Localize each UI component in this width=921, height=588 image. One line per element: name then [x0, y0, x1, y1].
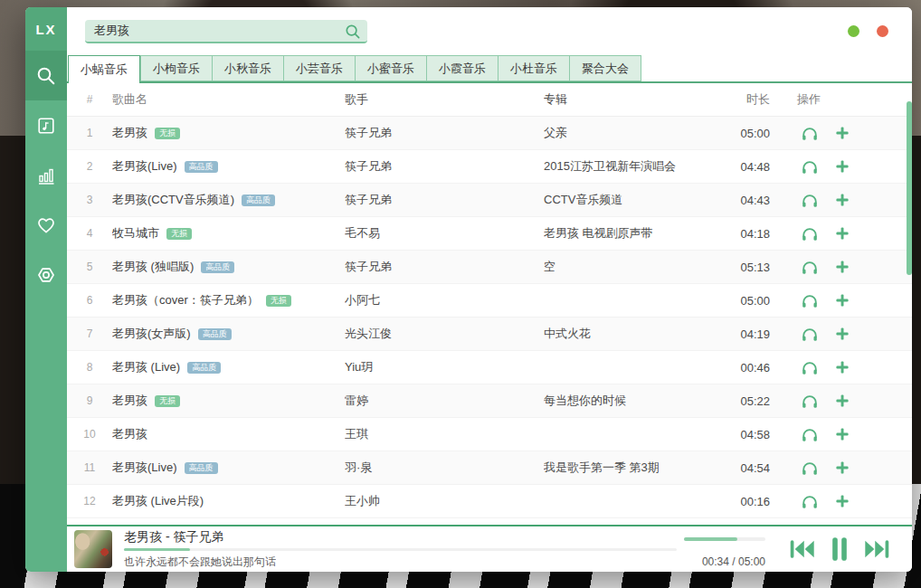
quality-badge: 高品质	[185, 161, 218, 173]
row-number: 11	[67, 461, 112, 474]
table-scrollbar[interactable]	[907, 101, 912, 275]
listen-button[interactable]	[801, 157, 819, 175]
pause-button[interactable]	[830, 536, 850, 563]
table-header: # 歌曲名 歌手 专辑 时长 操作	[67, 83, 912, 117]
search-submit-icon[interactable]	[345, 24, 361, 40]
table-row[interactable]: 3 老男孩(CCTV音乐频道) 高品质 筷子兄弟 CCTV音乐频道 04:43	[67, 184, 912, 217]
tab-1[interactable]: 小蜗音乐	[68, 55, 140, 83]
listen-button[interactable]	[801, 224, 819, 242]
listen-button[interactable]	[801, 425, 819, 443]
plus-icon	[834, 493, 850, 509]
listen-button[interactable]	[801, 191, 819, 209]
album-name: 空	[544, 259, 693, 275]
add-button[interactable]	[834, 292, 850, 308]
sidebar-item-songlist[interactable]	[25, 100, 67, 150]
close-button[interactable]	[877, 25, 888, 37]
sidebar-item-settings[interactable]	[25, 250, 67, 299]
add-button[interactable]	[834, 460, 850, 476]
quality-badge: 无损	[166, 228, 192, 240]
album-art[interactable]	[74, 530, 112, 568]
table-row[interactable]: 12 老男孩 (Live片段) 王小帅 00:16	[67, 485, 912, 518]
header-album: 专辑	[544, 91, 693, 108]
tab-2[interactable]: 小枸音乐	[140, 55, 212, 81]
table-row[interactable]: 7 老男孩(女声版) 高品质 光头江俊 中式火花 04:19	[67, 318, 912, 351]
quality-badge: 无损	[155, 128, 180, 139]
add-button[interactable]	[834, 158, 850, 175]
add-button[interactable]	[834, 326, 850, 342]
song-name: 老男孩(Live)	[112, 158, 177, 175]
sidebar-item-search[interactable]	[25, 51, 67, 100]
plus-icon	[834, 460, 850, 476]
next-track-button[interactable]	[863, 537, 890, 561]
header-index: #	[67, 93, 112, 106]
add-button[interactable]	[834, 359, 850, 375]
listen-button[interactable]	[801, 258, 819, 276]
headphone-icon	[801, 124, 819, 142]
duration: 04:43	[693, 194, 770, 207]
row-number: 3	[67, 194, 112, 206]
tab-bar: 小蜗音乐小枸音乐小秋音乐小芸音乐小蜜音乐小霞音乐小杜音乐聚合大会	[67, 55, 912, 83]
sidebar-item-leaderboard[interactable]	[25, 150, 67, 200]
plus-icon	[834, 125, 850, 141]
listen-button[interactable]	[801, 459, 819, 477]
table-row[interactable]: 1 老男孩 无损 筷子兄弟 父亲 05:00	[67, 117, 912, 150]
song-name: 老男孩	[112, 125, 147, 141]
player-info: 老男孩 - 筷子兄弟 也许永远都不会跟她说出那句话	[112, 528, 677, 570]
add-button[interactable]	[834, 225, 850, 242]
table-row[interactable]: 11 老男孩(Live) 高品质 羽·泉 我是歌手第一季 第3期 04:54	[67, 451, 912, 485]
song-name: 老男孩(CCTV音乐频道)	[112, 192, 234, 208]
duration: 05:22	[693, 394, 770, 408]
add-button[interactable]	[834, 125, 850, 141]
search-input[interactable]	[85, 20, 367, 43]
table-row[interactable]: 5 老男孩 (独唱版) 高品质 筷子兄弟 空 05:13	[67, 251, 912, 284]
quality-badge: 高品质	[198, 328, 232, 340]
artist-name: 王小帅	[345, 493, 544, 509]
duration: 04:54	[693, 461, 770, 475]
headphone-icon	[801, 425, 819, 443]
listen-button[interactable]	[801, 358, 819, 376]
listen-button[interactable]	[801, 325, 819, 343]
tab-4[interactable]: 小芸音乐	[283, 55, 355, 81]
headphone-icon	[801, 191, 819, 209]
add-button[interactable]	[834, 493, 850, 509]
row-number: 7	[67, 327, 112, 340]
listen-button[interactable]	[801, 492, 819, 510]
main-area: 小蜗音乐小枸音乐小秋音乐小芸音乐小蜜音乐小霞音乐小杜音乐聚合大会 # 歌曲名 歌…	[67, 7, 912, 572]
previous-track-icon	[789, 537, 816, 561]
headphone-icon	[801, 258, 819, 276]
duration: 05:00	[693, 294, 770, 308]
table-row[interactable]: 2 老男孩(Live) 高品质 筷子兄弟 2015江苏卫视新年演唱会 04:48	[67, 150, 912, 184]
duration: 05:00	[693, 127, 770, 140]
previous-track-button[interactable]	[789, 537, 816, 561]
add-button[interactable]	[834, 192, 850, 208]
add-button[interactable]	[834, 393, 850, 409]
tab-5[interactable]: 小蜜音乐	[355, 55, 426, 81]
window-controls	[848, 25, 888, 37]
table-row[interactable]: 8 老男孩 (Live) 高品质 Yiu玥 00:46	[67, 351, 912, 384]
volume-slider[interactable]	[684, 537, 765, 541]
artist-name: 筷子兄弟	[345, 259, 544, 275]
table-row[interactable]: 6 老男孩（cover：筷子兄弟） 无损 小阿七 05:00	[67, 284, 912, 318]
listen-button[interactable]	[801, 291, 819, 309]
minimize-button[interactable]	[848, 25, 859, 37]
add-button[interactable]	[834, 259, 850, 275]
listen-button[interactable]	[801, 392, 819, 410]
artist-name: 光头江俊	[345, 326, 544, 342]
duration: 04:48	[693, 160, 770, 174]
sidebar-item-favorites[interactable]	[25, 200, 67, 250]
plus-icon	[834, 326, 850, 342]
artist-name: Yiu玥	[345, 359, 544, 375]
table-row[interactable]: 9 老男孩 无损 雷婷 每当想你的时候 05:22	[67, 384, 912, 418]
table-row[interactable]: 10 老男孩 王琪 04:58	[67, 418, 912, 451]
tab-8[interactable]: 聚合大会	[569, 55, 641, 81]
listen-button[interactable]	[801, 124, 819, 142]
tab-7[interactable]: 小杜音乐	[498, 55, 569, 81]
add-button[interactable]	[834, 426, 850, 442]
tab-6[interactable]: 小霞音乐	[426, 55, 498, 81]
table-row[interactable]: 4 牧马城市 无损 毛不易 老男孩 电视剧原声带 04:18	[67, 217, 912, 251]
progress-bar[interactable]	[124, 548, 677, 551]
player-right: 00:34 / 05:00	[684, 528, 765, 570]
lyric-line: 也许永远都不会跟她说出那句话	[124, 555, 276, 570]
song-name: 老男孩（cover：筷子兄弟）	[112, 292, 259, 308]
tab-3[interactable]: 小秋音乐	[212, 55, 283, 81]
